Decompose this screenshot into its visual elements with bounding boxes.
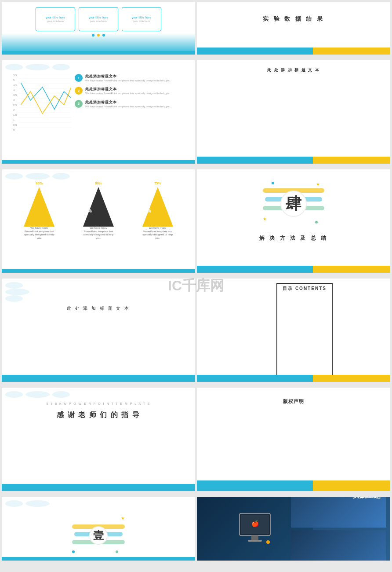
cloud-1 — [5, 500, 23, 507]
cloud-1 — [5, 391, 23, 398]
cloud-1 — [5, 173, 23, 180]
cloud-3 — [52, 391, 70, 398]
triangles-container: 60% 60 We have many PowerPoint template … — [5, 183, 192, 240]
slide-11: ★ 壹 — [2, 497, 195, 561]
tri-3-shape: 75% — [142, 187, 173, 227]
tri-3 — [142, 187, 173, 227]
bottom-bar — [2, 160, 195, 164]
slide-5: 60% 60 We have many PowerPoint template … — [2, 169, 195, 273]
card-container: your tittle here your tittle here your t… — [5, 7, 192, 31]
bottom-bar — [2, 557, 195, 561]
tri-1-shape: 60 — [24, 187, 54, 227]
slide-9: 5 8 8 K U P O W E R P O I N T T E M P L … — [2, 388, 195, 491]
bottom-bar — [2, 51, 195, 55]
dots-row — [5, 34, 192, 37]
item-1: 1 此处添加标题文本 We have many PowerPoint templ… — [75, 74, 192, 82]
cloud-1 — [5, 282, 23, 289]
num-circle-3: 3 — [75, 100, 83, 108]
y-axis: 5.554.543.5 32.521.51 0.50 — [13, 74, 17, 131]
cloud-3 — [52, 64, 70, 70]
text-area: 实践主题 We have many PowerPoint template th… — [291, 497, 386, 561]
slide4-title: 此 处 添 加 标 题 文 本 — [202, 64, 385, 164]
num-circle-2: 2 — [75, 87, 83, 95]
cloud-2 — [5, 289, 29, 295]
cloud-row — [5, 173, 192, 180]
card-2-sub: your tittle here — [90, 20, 107, 22]
bottom-bar — [2, 269, 195, 273]
tri-2 — [83, 187, 114, 227]
svg-point-43 — [266, 540, 270, 544]
card-2: your tittle here your tittle here — [79, 7, 118, 31]
item-2-desc: We have many PowerPoint templates that s… — [85, 92, 171, 95]
slide-7: 此 处 添 加 标 题 文 本 🔵 We have many PowerPoin… — [2, 279, 195, 382]
slide-2: 实 验 数 据 结 果 We have many PowerPoint temp… — [197, 2, 390, 55]
tri-1 — [24, 187, 54, 227]
bottom-bar — [197, 480, 390, 491]
tri-container-1: 60% 60 We have many PowerPoint template … — [24, 181, 54, 240]
slide6-title: 解 决 方 法 及 总 结 — [259, 235, 328, 242]
bottom-bar — [197, 375, 390, 382]
items-list: 1 此处添加标题文本 We have many PowerPoint templ… — [75, 74, 192, 131]
circle-deco — [72, 550, 75, 553]
item-1-desc: We have many PowerPoint templates that s… — [85, 79, 171, 82]
tri-3-label: 75% — [142, 209, 151, 213]
item-2: 2 此处添加标题文本 We have many PowerPoint templ… — [75, 87, 192, 95]
svg-rect-41 — [251, 535, 258, 540]
slide12-title: 实践主题 — [291, 497, 386, 528]
dot-active — [97, 34, 100, 37]
cloud-2 — [25, 64, 50, 70]
item-3: 3 此处添加标题文本 We have many PowerPoint templ… — [75, 100, 192, 108]
chart-area: 5.554.543.5 32.521.51 0.50 — [5, 74, 71, 131]
slide12-desc: We have many PowerPoint template that sp… — [291, 530, 386, 561]
big-char: 壹 — [89, 526, 108, 545]
item-1-text: 此处添加标题文本 We have many PowerPoint templat… — [85, 74, 171, 82]
cloud-row — [5, 282, 192, 302]
bottom-bar — [197, 48, 390, 55]
bottom-bar — [2, 484, 195, 491]
monitor-svg: 🍎 — [233, 509, 277, 549]
bottom-bar — [197, 157, 390, 164]
card-1: your tittle here your tittle here — [36, 7, 75, 31]
star-icon-2: ★ — [263, 216, 267, 221]
card-2-title: your tittle here — [89, 16, 108, 19]
item-2-text: 此处添加标题文本 We have many PowerPoint templat… — [85, 87, 171, 95]
tri-3-desc: We have many PowerPoint template that sp… — [142, 227, 173, 240]
slide8-title: 目录 CONTENTS — [276, 283, 333, 382]
svg-text:🍎: 🍎 — [251, 520, 259, 528]
chart-svg — [18, 74, 71, 131]
tri-container-2: 80% 80% We have many PowerPoint template… — [83, 181, 114, 240]
slide-6: ★ ★ 肆 解 决 方 法 及 总 结 — [197, 169, 390, 273]
cloud-row — [5, 64, 192, 70]
bottom-bar — [2, 375, 195, 382]
circle-deco-2 — [116, 550, 118, 553]
slide-4: 此 处 添 加 标 题 文 本 正确认识 近期目标 近期目标 社会实践 社会实践… — [197, 60, 390, 164]
tri-2-pct: 80% — [95, 181, 102, 185]
slide-8: 目录 CONTENTS 1 题目背景及内容 2 课题现状及情况 3 实验数据结果… — [197, 279, 390, 382]
bottom-bar — [197, 266, 390, 273]
item-1-title: 此处添加标题文本 — [85, 74, 171, 79]
cloud-3 — [52, 173, 70, 180]
card-3: your tittle here your tittle here — [122, 7, 161, 31]
chart-line — [18, 74, 71, 131]
card-1-title: your tittle here — [46, 16, 65, 19]
top-text: 5 8 8 K U P O W E R P O I N T T E M P L … — [5, 402, 192, 405]
circle-deco-1 — [272, 182, 274, 184]
cloud-2 — [25, 391, 50, 398]
tri-2-label: 80% — [83, 209, 92, 213]
tri-2-shape: 80% — [83, 187, 114, 227]
item-3-text: 此处添加标题文本 We have many PowerPoint templat… — [85, 100, 171, 108]
slide7-title: 此 处 添 加 标 题 文 本 — [5, 302, 192, 382]
svg-rect-42 — [248, 540, 262, 542]
icon-area: ★ 壹 — [70, 518, 127, 553]
slide-10: 版权声明 感谢您下载千库网平台上提供的PPT作品，为了您和千库网以及原创作者的利… — [197, 388, 390, 491]
slide-3: 5.554.543.5 32.521.51 0.50 — [2, 60, 195, 164]
tri-3-pct: 75% — [154, 181, 161, 185]
slide10-title: 版权声明 — [204, 393, 383, 491]
cloud-row — [5, 391, 192, 398]
circle-deco-2 — [315, 221, 318, 224]
cloud-1 — [5, 64, 23, 70]
slide3-content: 5.554.543.5 32.521.51 0.50 — [5, 74, 192, 131]
tri-2-desc: We have many PowerPoint template that sp… — [83, 227, 114, 240]
num-circle-1: 1 — [75, 74, 83, 82]
item-2-title: 此处添加标题文本 — [85, 87, 171, 92]
